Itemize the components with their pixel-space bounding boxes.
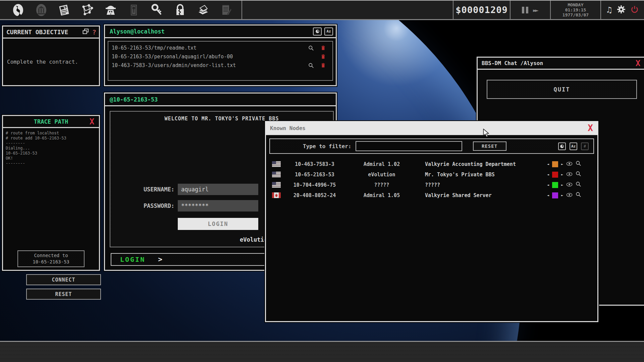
mouse-cursor — [482, 129, 490, 139]
trace-log: # route from localhost # route add 10-65… — [3, 128, 99, 169]
music-icon[interactable]: ♫ — [606, 5, 611, 15]
inspect-node-icon[interactable] — [576, 181, 581, 188]
color-next-icon[interactable]: ► — [561, 183, 563, 187]
inspect-node-icon[interactable] — [576, 171, 581, 178]
node-color-swatch — [552, 161, 558, 167]
color-next-icon[interactable]: ► — [561, 193, 563, 197]
clock-day: MONDAY — [568, 2, 584, 7]
filter-reset-button[interactable]: RESET — [473, 141, 506, 151]
login-button[interactable]: LOGIN — [178, 218, 258, 230]
time-controls: ►► — [510, 1, 550, 19]
known-nodes-title: Known Nodes — [270, 125, 306, 131]
password-field[interactable] — [178, 200, 258, 212]
watch-node-icon[interactable] — [566, 172, 573, 178]
world-map-icon[interactable] — [11, 3, 25, 17]
sort-time-button[interactable] — [558, 142, 566, 150]
sort-time-button[interactable] — [313, 27, 322, 36]
known-nodes-titlebar[interactable]: Known Nodes X — [266, 122, 597, 135]
node-title: @10-65-2163-53 — [110, 96, 158, 103]
key-icon[interactable] — [150, 3, 164, 17]
file-row[interactable]: 10-463-7583-3/users/admin/vendor-list.tx… — [112, 61, 329, 70]
news-icon[interactable] — [57, 3, 72, 17]
password-label: PASSWORD: — [136, 202, 174, 209]
chat-title: BBS-DM Chat /Alyson — [482, 60, 543, 66]
us-flag-icon — [272, 182, 281, 188]
sort-az-button[interactable]: Az — [570, 142, 577, 150]
node-list: 10-463-7583-3 Admiral 1.02 Valkyrie Acco… — [266, 160, 597, 199]
watch-node-icon[interactable] — [566, 192, 573, 198]
connected-status: Connected to 10-65-2163-53 — [17, 250, 85, 267]
close-icon[interactable]: X — [633, 58, 643, 69]
close-icon[interactable]: X — [87, 116, 97, 127]
color-prev-icon[interactable]: ◄ — [547, 193, 549, 197]
cracked-lock-icon[interactable] — [173, 3, 187, 17]
canada-flag-icon — [272, 192, 281, 198]
username-field[interactable] — [178, 184, 258, 195]
software-icon[interactable] — [196, 3, 211, 17]
color-next-icon[interactable]: ► — [561, 173, 563, 176]
trace-path-window: TRACE PATH X # route from localhost # ro… — [2, 115, 100, 271]
file-row[interactable]: 10-65-2163-53/personal/aquagirl/abufo-00 — [112, 52, 329, 61]
node-color-swatch — [552, 172, 558, 178]
toolbar-icons — [0, 1, 242, 19]
local-files-window: Alyson@localhost Az 10-65-2163-53/tmp/re… — [104, 24, 337, 86]
network-map-icon[interactable] — [80, 3, 95, 17]
connect-button[interactable]: CONNECT — [26, 274, 101, 285]
filter-label: Type to filter: — [303, 143, 352, 149]
bbs-welcome-text: WELCOME TO MR. TOKYO'S PRIVATE BBS — [110, 112, 333, 122]
inspect-node-icon[interactable] — [576, 192, 581, 199]
view-file-icon[interactable] — [305, 63, 317, 68]
fast-forward-button[interactable]: ►► — [533, 6, 539, 14]
color-next-icon[interactable]: ► — [561, 162, 563, 166]
system-buttons: ♫ — [600, 1, 644, 19]
power-icon[interactable] — [631, 5, 639, 15]
current-objective-window: CURRENT OBJECTIVE ? Complete the contrac… — [2, 25, 100, 86]
color-prev-icon[interactable]: ◄ — [547, 162, 549, 166]
sort-numeric-button[interactable]: # — [581, 142, 589, 150]
cascade-windows-icon[interactable] — [83, 28, 89, 36]
trace-title: TRACE PATH — [34, 118, 68, 125]
delete-file-icon[interactable] — [317, 46, 329, 50]
file-list: 10-65-2163-53/tmp/readme.txt 10-65-2163-… — [108, 41, 333, 81]
sort-az-button[interactable]: Az — [324, 27, 333, 36]
objective-text: Complete the contract. — [3, 39, 99, 65]
quit-button[interactable]: QUIT — [487, 80, 637, 99]
filter-input[interactable] — [356, 141, 462, 151]
help-icon[interactable]: ? — [92, 28, 96, 36]
known-nodes-window: Known Nodes X Type to filter: RESET Az #… — [265, 121, 598, 322]
close-icon[interactable]: X — [585, 122, 595, 134]
bank-icon[interactable] — [34, 3, 49, 17]
inspect-node-icon[interactable] — [576, 161, 581, 168]
node-color-swatch — [552, 192, 558, 198]
trace-reset-button[interactable]: RESET — [26, 289, 101, 300]
watch-node-icon[interactable] — [566, 182, 573, 188]
delete-file-icon[interactable] — [317, 63, 329, 68]
file-row[interactable]: 10-65-2163-53/tmp/readme.txt — [112, 44, 329, 52]
username-label: USERNAME: — [136, 186, 174, 193]
bottom-bar — [0, 341, 644, 362]
filter-bar: Type to filter: RESET Az # — [269, 138, 594, 154]
node-color-swatch — [552, 182, 558, 188]
node-row[interactable]: 10-463-7583-3 Admiral 1.02 Valkyrie Acco… — [266, 160, 597, 168]
watch-node-icon[interactable] — [566, 161, 573, 167]
us-flag-icon — [272, 161, 281, 167]
files-title: Alyson@localhost — [110, 28, 165, 35]
node-row[interactable]: 10-704-4996-75 ????? ????? ◄ ► — [266, 181, 597, 189]
pause-button[interactable] — [522, 7, 528, 13]
top-toolbar: $00001209 ►► MONDAY 01:19:15 1977/03/07 … — [0, 0, 644, 20]
node-row[interactable]: 10-65-2163-53 eVolution Mr. Tokyo's Priv… — [266, 170, 597, 179]
settings-gear-icon[interactable] — [617, 5, 625, 15]
darkweb-icon[interactable] — [103, 3, 118, 17]
delete-file-icon[interactable] — [317, 54, 329, 59]
us-flag-icon — [272, 172, 281, 177]
notes-icon[interactable] — [219, 3, 234, 17]
command-login[interactable]: LOGIN — [111, 255, 145, 263]
objective-title: CURRENT OBJECTIVE — [6, 28, 68, 36]
node-row[interactable]: 20-408-8052-24 Admiral 1.05 Valkyrie Sha… — [266, 191, 597, 199]
prompt-chevron-icon: > — [158, 255, 162, 263]
color-prev-icon[interactable]: ◄ — [547, 173, 549, 176]
view-file-icon[interactable] — [305, 45, 317, 51]
keycard-icon[interactable] — [126, 3, 141, 17]
color-prev-icon[interactable]: ◄ — [547, 183, 549, 187]
game-clock: MONDAY 01:19:15 1977/03/07 — [550, 1, 600, 19]
